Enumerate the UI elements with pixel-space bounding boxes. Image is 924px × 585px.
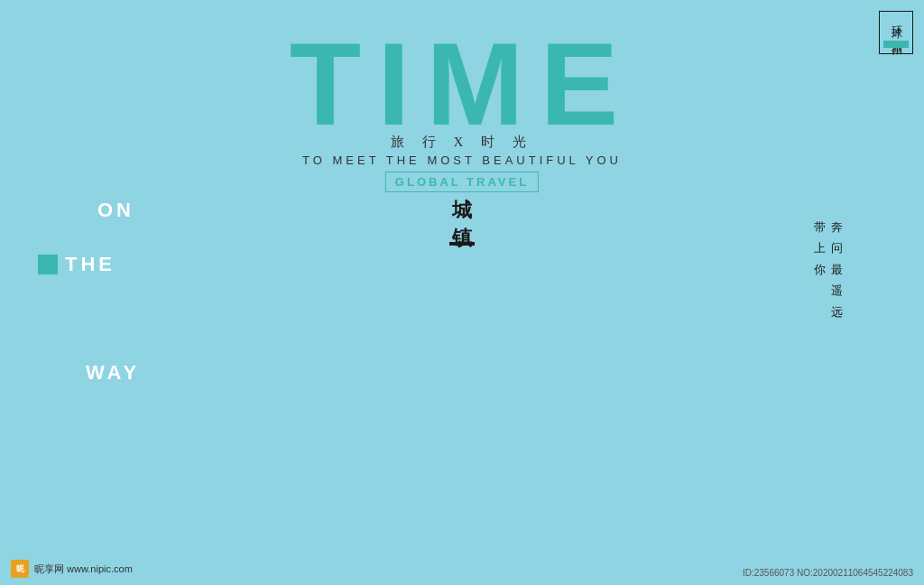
right-col2: 奔 问 最 遥 远 bbox=[831, 217, 843, 322]
subtitle-en: TO MEET THE MOST BEAUTIFUL YOU bbox=[302, 153, 622, 167]
teal-square-icon bbox=[38, 255, 58, 274]
corner-teal-bar bbox=[883, 41, 909, 48]
nipic-logo: 昵 bbox=[11, 560, 29, 578]
corner-box: 环球／旅拍 bbox=[879, 11, 913, 54]
watermark-left: 昵 昵享网 www.nipic.com bbox=[11, 560, 133, 578]
main-background: TIME 旅 行 X 时 光 TO MEET THE MOST BEAUTIFU… bbox=[0, 0, 924, 585]
dash-divider bbox=[449, 242, 475, 246]
watermark-id: ID:23566073 NO:20200211064545224083 bbox=[743, 568, 913, 578]
corner-box-text: 环球／旅拍 bbox=[887, 17, 904, 37]
way-text: WAY bbox=[86, 361, 140, 385]
the-container: THE bbox=[38, 253, 116, 276]
right-col1: 带 上 你 bbox=[814, 217, 826, 322]
time-heading: TIME bbox=[290, 16, 635, 152]
the-text: THE bbox=[65, 253, 116, 276]
right-vertical-text: 带 上 你 奔 问 最 遥 远 bbox=[814, 217, 843, 322]
global-travel-label: GLOBAL TRAVEL bbox=[385, 172, 539, 192]
on-text: ON bbox=[97, 199, 134, 222]
subtitle-cn: 旅 行 X 时 光 bbox=[391, 134, 533, 151]
watermark-site-text: 昵享网 www.nipic.com bbox=[34, 562, 133, 576]
